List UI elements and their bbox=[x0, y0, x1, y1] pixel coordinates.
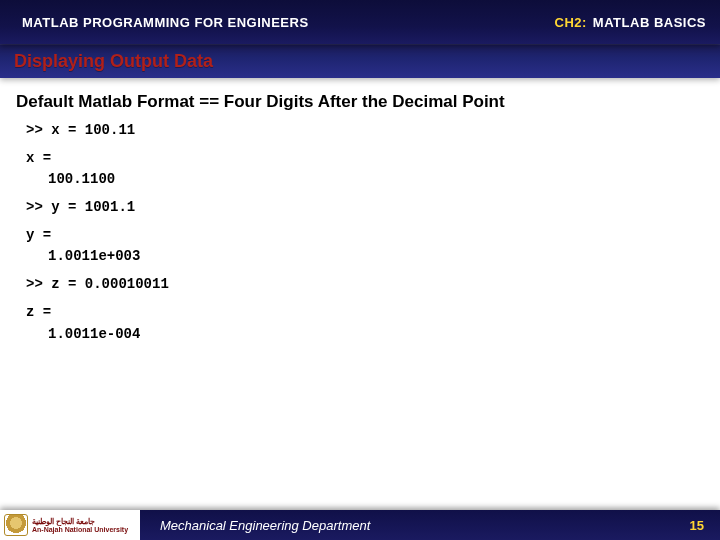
logo-english: An-Najah National University bbox=[32, 526, 128, 533]
page-number: 15 bbox=[690, 518, 704, 533]
course-title: MATLAB PROGRAMMING FOR ENGINEERS bbox=[0, 15, 309, 30]
slide-subtitle: Displaying Output Data bbox=[14, 51, 213, 72]
lead-text: Default Matlab Format == Four Digits Aft… bbox=[16, 92, 704, 112]
logo-arabic: جامعة النجاح الوطنية bbox=[32, 518, 128, 526]
matlab-output: >> x = 100.11 x = 100.1100 >> y = 1001.1… bbox=[16, 120, 704, 345]
university-logo: جامعة النجاح الوطنية An-Najah National U… bbox=[0, 510, 140, 540]
code-line: >> x = 100.11 bbox=[26, 120, 704, 142]
emblem-icon bbox=[4, 514, 28, 536]
slide-body: Default Matlab Format == Four Digits Aft… bbox=[0, 78, 720, 345]
code-line: 1.0011e-004 bbox=[26, 324, 704, 346]
code-line: x = bbox=[26, 148, 704, 170]
slide: MATLAB PROGRAMMING FOR ENGINEERS CH2: MA… bbox=[0, 0, 720, 540]
code-line: y = bbox=[26, 225, 704, 247]
code-line: 1.0011e+003 bbox=[26, 246, 704, 268]
code-line: >> z = 0.00010011 bbox=[26, 274, 704, 296]
code-line: z = bbox=[26, 302, 704, 324]
footer-bar: جامعة النجاح الوطنية An-Najah National U… bbox=[0, 510, 720, 540]
chapter-number: CH2: bbox=[555, 15, 587, 30]
header-bar: MATLAB PROGRAMMING FOR ENGINEERS CH2: MA… bbox=[0, 0, 720, 44]
chapter-title: MATLAB BASICS bbox=[593, 15, 706, 30]
department-name: Mechanical Engineering Department bbox=[160, 518, 370, 533]
chapter-label: CH2: MATLAB BASICS bbox=[555, 0, 706, 44]
logo-text: جامعة النجاح الوطنية An-Najah National U… bbox=[32, 518, 128, 533]
code-line: 100.1100 bbox=[26, 169, 704, 191]
subtitle-bar: Displaying Output Data bbox=[0, 44, 720, 78]
code-line: >> y = 1001.1 bbox=[26, 197, 704, 219]
